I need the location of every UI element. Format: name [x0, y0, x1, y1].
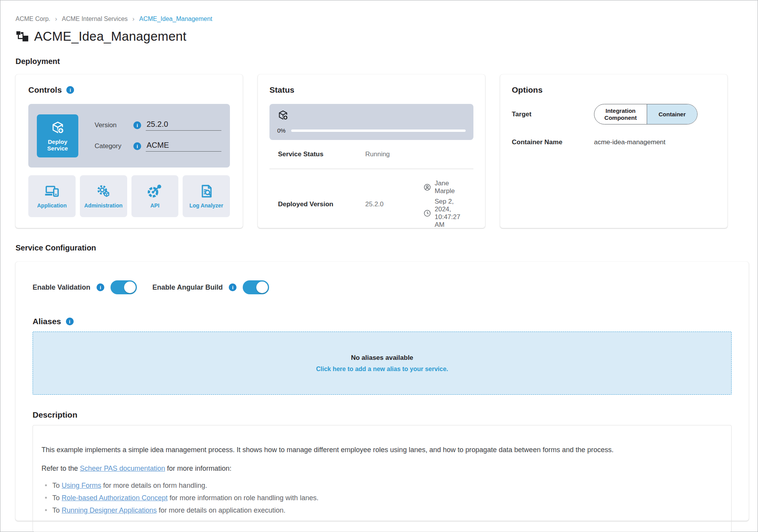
- api-label: API: [150, 202, 159, 209]
- deployed-at: Sep 2, 2024, 10:47:27 AM: [435, 198, 470, 229]
- version-input[interactable]: [146, 120, 221, 131]
- bullet-role-based-auth: To Role-based Authorization Concept for …: [41, 494, 723, 503]
- enable-validation-label: Enable Validation: [33, 283, 90, 292]
- description-title: Description: [33, 410, 732, 420]
- breadcrumb-item-org[interactable]: ACME Corp.: [16, 16, 50, 22]
- controls-card: Controls Deploy Service Versi: [16, 74, 243, 228]
- target-option-integration-component[interactable]: Integration Component: [594, 104, 647, 124]
- service-status-label: Service Status: [278, 150, 365, 158]
- description-refer-line: Refer to the Scheer PAS documentation fo…: [41, 463, 723, 473]
- version-field-row: Version: [95, 120, 221, 131]
- log-analyzer-label: Log Analyzer: [189, 202, 223, 209]
- page-title-row: ACME_Idea_Management: [16, 29, 758, 44]
- enable-validation-group: Enable Validation: [33, 280, 137, 294]
- options-card: Options Target Integration Component Con…: [500, 74, 727, 228]
- progress-bar: [291, 130, 466, 132]
- service-status-row: Service Status Running: [269, 140, 473, 169]
- bullet-suffix: for more details on form handling.: [101, 482, 207, 489]
- role-based-authorization-link[interactable]: Role-based Authorization Concept: [62, 494, 167, 502]
- administration-button[interactable]: Administration: [80, 175, 127, 217]
- version-label: Version: [95, 121, 129, 129]
- controls-action-row: Application Administration: [28, 175, 230, 217]
- description-box: This example implements a simple idea ma…: [33, 425, 732, 532]
- enable-validation-info-icon[interactable]: [97, 283, 104, 291]
- devices-icon: [44, 184, 60, 199]
- deployed-version-row: Deployed Version 25.2.0 Jane Marple: [269, 169, 473, 239]
- bullet-suffix: for more information on role handling wi…: [167, 494, 318, 502]
- bullet-prefix: To: [52, 506, 62, 514]
- user-icon: [423, 183, 431, 191]
- bullet-prefix: To: [52, 494, 62, 502]
- options-title: Options: [512, 85, 542, 95]
- clock-icon: [423, 209, 431, 217]
- aliases-heading-row: Aliases: [33, 317, 732, 326]
- category-label: Category: [95, 142, 129, 150]
- application-button[interactable]: Application: [28, 175, 76, 217]
- enable-angular-build-group: Enable Angular Build: [152, 280, 269, 294]
- service-status-value: Running: [365, 150, 423, 158]
- deployment-heading: Deployment: [16, 57, 758, 66]
- status-progress-panel: 0%: [269, 104, 473, 140]
- breadcrumb-item-current[interactable]: ACME_Idea_Management: [139, 16, 212, 22]
- version-info-icon[interactable]: [133, 121, 141, 129]
- enable-angular-build-toggle[interactable]: [243, 280, 269, 294]
- refer-suffix: for more information:: [165, 465, 231, 472]
- status-title: Status: [269, 85, 294, 95]
- log-analyzer-button[interactable]: Log Analyzer: [183, 175, 230, 217]
- target-row: Target Integration Component Container: [512, 104, 716, 124]
- enable-validation-toggle[interactable]: [111, 280, 137, 294]
- category-input[interactable]: [146, 141, 221, 152]
- refer-prefix: Refer to the: [41, 465, 80, 472]
- enable-angular-build-info-icon[interactable]: [229, 283, 237, 291]
- category-field-row: Category: [95, 141, 221, 152]
- page: ACME Corp. › ACME Internal Services › AC…: [0, 0, 758, 532]
- container-name-row: Container Name acme-idea-management: [512, 138, 716, 146]
- administration-label: Administration: [84, 202, 123, 209]
- container-name-label: Container Name: [512, 138, 594, 146]
- deploy-package-icon: [50, 120, 65, 135]
- service-configuration-card: Enable Validation Enable Angular Build A…: [16, 262, 749, 521]
- bullet-running-designer-apps: To Running Designer Applications for mor…: [41, 506, 723, 515]
- bullet-suffix: for more details on application executio…: [157, 506, 285, 514]
- deployed-version-label: Deployed Version: [278, 200, 365, 208]
- deploy-panel: Deploy Service Version Category: [28, 104, 230, 168]
- target-label: Target: [512, 111, 594, 118]
- api-button[interactable]: API: [131, 175, 179, 217]
- service-configuration-heading: Service Configuration: [16, 244, 758, 252]
- aliases-title: Aliases: [33, 317, 61, 326]
- deploy-service-label: Deploy Service: [37, 138, 78, 152]
- add-alias-link[interactable]: Click here to add a new alias to your se…: [316, 366, 448, 373]
- deployed-version-value: 25.2.0: [365, 200, 423, 208]
- using-forms-link[interactable]: Using Forms: [62, 482, 101, 489]
- aliases-info-icon[interactable]: [66, 318, 74, 325]
- scheer-pas-documentation-link[interactable]: Scheer PAS documentation: [80, 465, 165, 472]
- controls-title: Controls: [28, 85, 62, 95]
- controls-info-icon[interactable]: [66, 86, 74, 94]
- gear-cube-icon: [95, 184, 112, 199]
- api-icon: [147, 184, 163, 199]
- breadcrumb-separator-icon: ›: [55, 15, 57, 23]
- toggles-row: Enable Validation Enable Angular Build: [33, 280, 732, 294]
- log-analyzer-icon: [198, 184, 214, 199]
- status-card: Status 0% Service Status Running: [258, 74, 485, 228]
- target-segmented-control: Integration Component Container: [594, 104, 698, 124]
- progress-percent: 0%: [277, 127, 286, 134]
- application-label: Application: [37, 202, 67, 209]
- deployed-by: Jane Marple: [435, 180, 470, 195]
- deployment-cards-row: Controls Deploy Service Versi: [16, 74, 758, 228]
- category-info-icon[interactable]: [133, 142, 141, 150]
- bullet-prefix: To: [52, 482, 62, 489]
- breadcrumb: ACME Corp. › ACME Internal Services › AC…: [16, 15, 758, 23]
- breadcrumb-separator-icon: ›: [132, 15, 135, 23]
- breadcrumb-item-services[interactable]: ACME Internal Services: [62, 16, 128, 22]
- aliases-empty-dropzone[interactable]: No aliases available Click here to add a…: [33, 332, 732, 395]
- enable-angular-build-label: Enable Angular Build: [152, 283, 223, 292]
- page-title: ACME_Idea_Management: [34, 29, 186, 44]
- bullet-using-forms: To Using Forms for more details on form …: [41, 481, 723, 490]
- package-download-icon: [277, 109, 289, 121]
- running-designer-applications-link[interactable]: Running Designer Applications: [62, 506, 157, 514]
- target-option-container[interactable]: Container: [647, 104, 697, 124]
- aliases-empty-title: No aliases available: [351, 354, 413, 362]
- description-bullet-list: To Using Forms for more details on form …: [41, 481, 723, 515]
- deploy-service-button[interactable]: Deploy Service: [37, 114, 78, 157]
